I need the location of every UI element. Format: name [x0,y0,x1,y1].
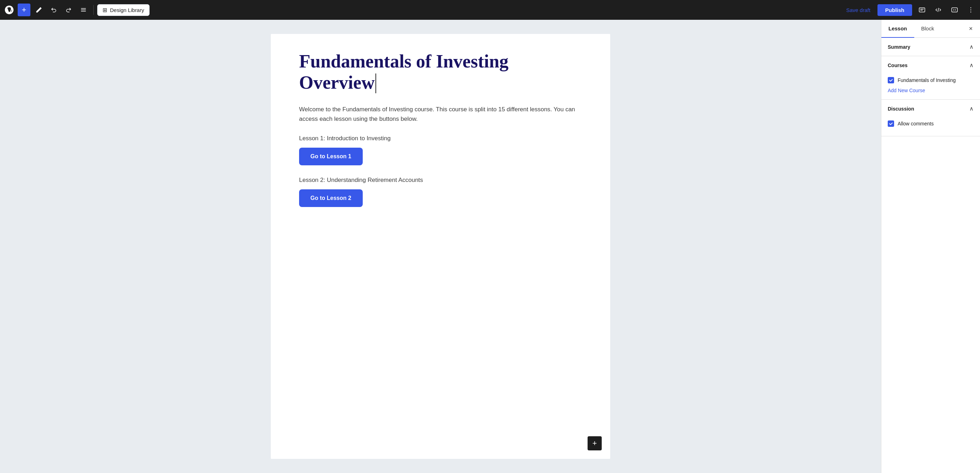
tab-block[interactable]: Block [914,20,942,38]
toolbar: + ⊞ Design Library Save draft Publish [0,0,980,20]
course-item: Fundamentals of Investing [888,77,974,83]
course-checkbox[interactable] [888,77,894,83]
courses-section-header[interactable]: Courses ∧ [881,56,980,74]
add-block-icon: + [592,439,597,448]
add-new-course-link[interactable]: Add New Course [888,87,925,93]
codeview-button[interactable] [932,3,945,16]
summary-section-title: Summary [888,44,910,50]
svg-rect-5 [920,10,923,11]
svg-rect-2 [81,11,86,12]
post-title[interactable]: Fundamentals of Investing Overview [299,51,582,93]
editor-canvas: Fundamentals of Investing Overview Welco… [271,34,610,459]
svg-rect-4 [920,9,924,10]
main-layout: Fundamentals of Investing Overview Welco… [0,20,980,473]
editor-area: Fundamentals of Investing Overview Welco… [0,20,881,473]
publish-button[interactable]: Publish [878,4,912,16]
design-library-icon: ⊞ [102,7,107,13]
courses-chevron-icon: ∧ [969,62,974,68]
lesson1-button[interactable]: Go to Lesson 1 [299,148,363,165]
view-button[interactable] [916,3,928,16]
add-block-toolbar-button[interactable]: + [18,3,30,16]
lesson2-button[interactable]: Go to Lesson 2 [299,189,363,207]
course-name: Fundamentals of Investing [897,77,956,83]
design-library-button[interactable]: ⊞ Design Library [97,4,150,16]
cursor [375,73,376,93]
svg-rect-7 [953,9,954,11]
post-title-line1: Fundamentals of Investing [299,51,508,71]
allow-comments-item: Allow comments [888,121,974,127]
list-view-button[interactable] [77,3,90,16]
post-title-line2: Overview [299,72,375,92]
svg-rect-1 [81,10,86,10]
svg-rect-6 [952,8,958,12]
courses-section-title: Courses [888,62,907,68]
discussion-section-body: Allow comments [881,117,980,136]
wp-logo [3,3,16,16]
svg-point-11 [970,12,971,13]
discussion-section-title: Discussion [888,106,914,112]
options-button[interactable] [964,3,977,16]
edit-mode-button[interactable] [32,3,45,16]
tab-lesson[interactable]: Lesson [881,20,914,38]
svg-rect-0 [81,8,86,9]
courses-section-body: Fundamentals of Investing Add New Course [881,74,980,99]
discussion-section: Discussion ∧ Allow comments [881,100,980,137]
preview-button[interactable] [948,3,961,16]
courses-section: Courses ∧ Fundamentals of Investing Add … [881,56,980,100]
add-block-button[interactable]: + [587,436,602,451]
design-library-label: Design Library [110,7,144,13]
discussion-section-header[interactable]: Discussion ∧ [881,100,980,117]
sidebar-close-button[interactable]: × [964,22,977,35]
lesson2-label: Lesson 2: Understanding Retirement Accou… [299,177,582,184]
svg-point-9 [970,8,971,8]
redo-button[interactable] [62,3,75,16]
summary-section: Summary ∧ [881,38,980,56]
discussion-chevron-icon: ∧ [969,105,974,112]
toolbar-right-actions: Save draft Publish [843,3,977,16]
lesson1-label: Lesson 1: Introduction to Investing [299,135,582,142]
allow-comments-checkbox[interactable] [888,121,894,127]
allow-comments-label: Allow comments [897,121,934,127]
toolbar-divider [93,5,94,15]
intro-text[interactable]: Welcome to the Fundamentals of Investing… [299,105,582,124]
summary-chevron-icon: ∧ [969,43,974,50]
svg-point-10 [970,10,971,10]
save-draft-button[interactable]: Save draft [843,5,873,15]
undo-button[interactable] [48,3,60,16]
right-sidebar: Lesson Block × Summary ∧ Courses ∧ [881,20,980,473]
sidebar-header: Lesson Block × [881,20,980,38]
summary-section-header[interactable]: Summary ∧ [881,38,980,56]
svg-rect-8 [955,9,956,11]
